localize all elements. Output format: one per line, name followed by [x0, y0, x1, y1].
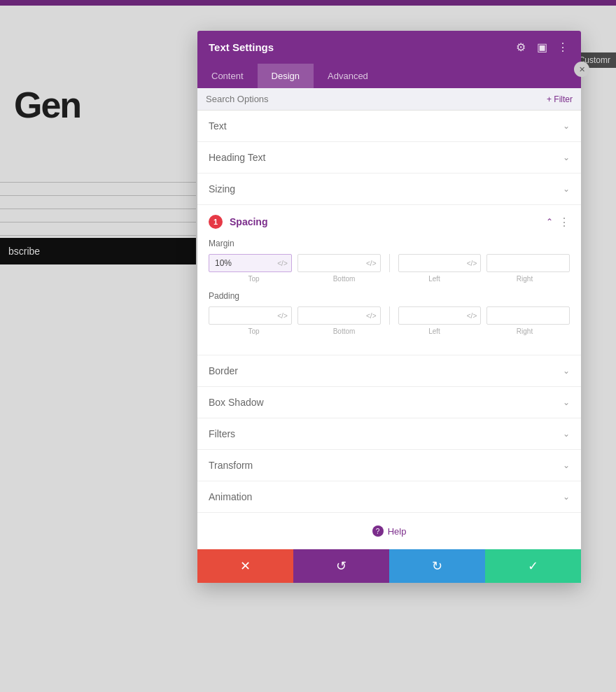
padding-top-group: </>	[209, 306, 292, 325]
section-filters-header[interactable]: Filters ⌄	[197, 418, 581, 449]
section-transform-title: Transform	[209, 460, 253, 471]
section-transform-chevron: ⌄	[563, 460, 570, 470]
padding-right-input[interactable]	[486, 306, 570, 325]
tab-advanced[interactable]: Advanced	[314, 64, 382, 88]
section-filters-chevron: ⌄	[563, 429, 570, 439]
help-section: ? Help	[197, 513, 581, 549]
tab-design[interactable]: Design	[258, 64, 314, 88]
section-box-shadow-header[interactable]: Box Shadow ⌄	[197, 387, 581, 418]
section-text-header[interactable]: Text ⌄	[197, 111, 581, 141]
spacing-content: Margin </> </> </>	[197, 239, 581, 355]
section-text: Text ⌄	[197, 111, 581, 142]
settings-panel: Text Settings ⚙ ▣ ⋮ Content Design Advan…	[197, 31, 581, 583]
help-link[interactable]: ? Help	[210, 525, 568, 537]
action-buttons: ✕ ↺ ↻ ✓	[197, 549, 581, 583]
section-sizing-chevron: ⌄	[563, 184, 570, 194]
padding-top-label: Top	[209, 327, 299, 335]
close-button[interactable]: ✕	[574, 62, 589, 77]
section-heading-text-header[interactable]: Heading Text ⌄	[197, 142, 581, 173]
section-spacing-chevron: ⌃	[546, 217, 553, 227]
cancel-button[interactable]: ✕	[197, 549, 293, 583]
section-spacing-more[interactable]: ⋮	[559, 216, 570, 229]
panel-body: Text ⌄ Heading Text ⌄ Sizing ⌄ 1 Spacing	[197, 111, 581, 549]
section-animation: Animation ⌄	[197, 481, 581, 513]
padding-field-labels: Top Bottom Left Right	[209, 327, 570, 335]
section-heading-text: Heading Text ⌄	[197, 142, 581, 174]
section-spacing: 1 Spacing ⌃ ⋮ Margin </>	[197, 205, 581, 355]
section-box-shadow: Box Shadow ⌄	[197, 387, 581, 418]
section-text-title: Text	[209, 120, 227, 132]
section-filters: Filters ⌄	[197, 418, 581, 450]
margin-bottom-group: </>	[298, 254, 381, 272]
section-transform: Transform ⌄	[197, 450, 581, 481]
help-icon: ?	[372, 525, 384, 537]
section-spacing-actions: ⌃ ⋮	[546, 216, 570, 229]
section-border-chevron: ⌄	[563, 366, 570, 376]
margin-bottom-code-icon: </>	[366, 260, 376, 267]
panel-header-icons: ⚙ ▣ ⋮	[514, 41, 570, 54]
margin-left-label: Left	[389, 275, 479, 283]
section-heading-text-title: Heading Text	[209, 152, 265, 163]
section-spacing-title: Spacing	[230, 216, 267, 227]
section-box-shadow-chevron: ⌄	[563, 397, 570, 407]
padding-left-group: </>	[398, 306, 482, 325]
spacing-badge: 1	[209, 215, 223, 229]
panel-title: Text Settings	[209, 41, 274, 53]
panel-header: Text Settings ⚙ ▣ ⋮	[197, 31, 581, 64]
padding-bottom-group: </>	[298, 306, 381, 325]
filter-button[interactable]: + Filter	[547, 94, 573, 104]
section-sizing-header[interactable]: Sizing ⌄	[197, 174, 581, 204]
section-animation-chevron: ⌄	[563, 492, 570, 502]
margin-field-labels: Top Bottom Left Right	[209, 275, 570, 283]
undo-button[interactable]: ↺	[293, 549, 389, 583]
section-border-title: Border	[209, 365, 238, 376]
more-options-icon[interactable]: ⋮	[556, 41, 570, 54]
padding-right-label: Right	[479, 327, 570, 335]
section-spacing-header[interactable]: 1 Spacing ⌃ ⋮	[197, 205, 581, 239]
confirm-button[interactable]: ✓	[485, 549, 581, 583]
section-sizing-title: Sizing	[209, 183, 235, 195]
section-animation-title: Animation	[209, 491, 252, 502]
section-text-chevron: ⌄	[563, 121, 570, 131]
padding-left-code-icon: </>	[467, 312, 477, 320]
padding-bottom-label: Bottom	[299, 327, 389, 335]
padding-label: Padding	[209, 291, 570, 301]
margin-right-label: Right	[479, 275, 570, 283]
section-border-header[interactable]: Border ⌄	[197, 355, 581, 386]
margin-right-group	[486, 254, 570, 272]
padding-right-group	[486, 306, 570, 325]
padding-left-label: Left	[389, 327, 479, 335]
padding-bottom-code-icon: </>	[366, 312, 376, 320]
margin-right-input[interactable]	[486, 254, 570, 272]
margin-inputs: </> </> </>	[209, 254, 570, 272]
section-transform-header[interactable]: Transform ⌄	[197, 450, 581, 481]
search-input[interactable]	[206, 94, 346, 104]
margin-bottom-label: Bottom	[299, 275, 389, 283]
margin-label: Margin	[209, 239, 570, 248]
margin-top-code-icon: </>	[277, 260, 287, 267]
settings-icon[interactable]: ⚙	[514, 41, 528, 54]
margin-left-code-icon: </>	[467, 260, 477, 267]
padding-top-code-icon: </>	[277, 312, 287, 320]
search-bar: + Filter	[197, 88, 581, 111]
layout-icon[interactable]: ▣	[535, 41, 549, 54]
margin-top-label: Top	[209, 275, 299, 283]
section-box-shadow-title: Box Shadow	[209, 397, 264, 408]
margin-top-group: </>	[209, 254, 292, 272]
padding-inputs: </> </> </>	[209, 306, 570, 325]
section-filters-title: Filters	[209, 428, 235, 439]
tab-content[interactable]: Content	[197, 64, 258, 88]
panel-tabs: Content Design Advanced	[197, 64, 581, 88]
margin-left-group: </>	[398, 254, 482, 272]
section-animation-header[interactable]: Animation ⌄	[197, 481, 581, 512]
redo-button[interactable]: ↻	[389, 549, 485, 583]
section-heading-text-chevron: ⌄	[563, 153, 570, 162]
section-sizing: Sizing ⌄	[197, 174, 581, 205]
section-border: Border ⌄	[197, 355, 581, 387]
